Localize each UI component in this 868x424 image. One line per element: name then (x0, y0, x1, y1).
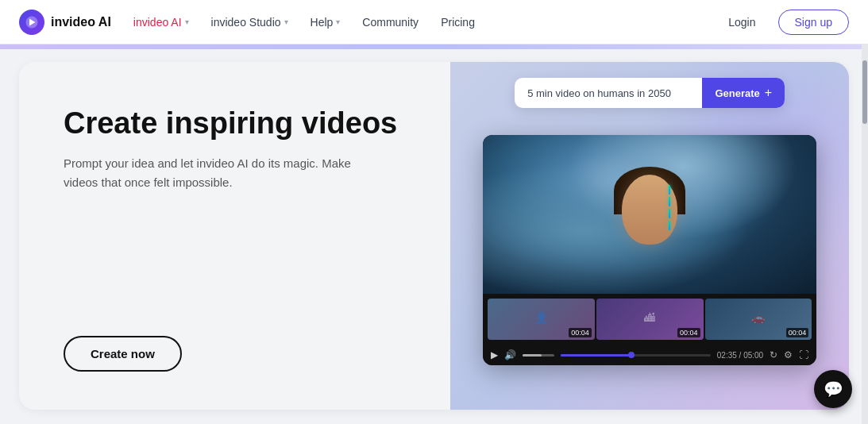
navbar: invideo AI invideo AI ▾ invideo Studio ▾… (0, 0, 868, 44)
play-button[interactable]: ▶ (491, 349, 498, 360)
video-thumbnail (614, 167, 685, 262)
logo-icon (19, 10, 44, 35)
progress-bar[interactable] (561, 354, 711, 357)
thumbnail-2[interactable]: 🏙 00:04 (596, 299, 704, 340)
video-player: 👤 00:04 🏙 00:04 🚗 00:04 ▶ 🔊 (483, 135, 816, 365)
thumb-2-duration: 00:04 (677, 328, 700, 337)
controls-bar: ▶ 🔊 02:35 / 05:00 ↻ ⚙ ⛶ (483, 345, 816, 365)
volume-slider[interactable] (523, 354, 554, 357)
nav-links: invideo AI ▾ invideo Studio ▾ Help ▾ Com… (124, 11, 484, 33)
prompt-text: 5 min video on humans in 2050 (515, 79, 702, 107)
signup-button[interactable]: Sign up (778, 10, 849, 35)
brand-name: invideo AI (51, 15, 111, 29)
scrollbar[interactable] (862, 44, 868, 424)
hero-subtitle: Prompt your idea and let invideo AI do i… (64, 154, 365, 192)
prompt-bar: 5 min video on humans in 2050 Generate + (515, 78, 785, 108)
replay-button[interactable]: ↻ (770, 349, 777, 360)
chevron-down-icon: ▾ (284, 17, 288, 26)
chat-button[interactable]: 💬 (814, 370, 852, 408)
video-background (483, 135, 816, 294)
nav-item-pricing[interactable]: Pricing (431, 11, 484, 33)
hero-title: Create inspiring videos (64, 106, 412, 141)
progress-thumb (628, 352, 635, 358)
hero-text: Create inspiring videos Prompt your idea… (64, 106, 412, 192)
main-content: Create inspiring videos Prompt your idea… (0, 49, 868, 422)
hero-right: 5 min video on humans in 2050 Generate + (450, 62, 849, 410)
cyber-line-4 (669, 221, 670, 230)
chevron-down-icon: ▾ (336, 17, 340, 26)
nav-item-invideo-ai[interactable]: invideo AI ▾ (124, 11, 199, 33)
volume-button[interactable]: 🔊 (504, 349, 516, 360)
login-button[interactable]: Login (719, 11, 765, 33)
thumb-1-duration: 00:04 (569, 328, 592, 337)
plus-icon: + (765, 86, 772, 100)
volume-fill (523, 354, 542, 357)
nav-item-invideo-studio[interactable]: invideo Studio ▾ (202, 11, 298, 33)
hero-card: Create inspiring videos Prompt your idea… (19, 62, 849, 410)
time-display: 02:35 / 05:00 (717, 351, 763, 360)
cyber-decoration (658, 183, 681, 238)
chat-icon: 💬 (824, 380, 843, 399)
thumb-1-icon: 👤 (534, 311, 548, 324)
thumb-3-icon: 🚗 (751, 311, 765, 324)
nav-item-community[interactable]: Community (353, 11, 428, 33)
thumb-2-icon: 🏙 (644, 311, 655, 324)
thumbnail-1[interactable]: 👤 00:04 (488, 299, 595, 340)
nav-item-help[interactable]: Help ▾ (301, 11, 350, 33)
create-now-button[interactable]: Create now (64, 336, 182, 372)
fullscreen-button[interactable]: ⛶ (799, 349, 808, 360)
generate-button[interactable]: Generate + (702, 78, 785, 108)
cyber-line-2 (669, 197, 670, 206)
settings-button[interactable]: ⚙ (784, 349, 793, 360)
progress-fill (561, 354, 631, 357)
scrollbar-thumb[interactable] (862, 60, 867, 124)
nav-right: Login Sign up (719, 10, 849, 35)
thumbnail-strip: 👤 00:04 🏙 00:04 🚗 00:04 (483, 294, 816, 345)
video-main (483, 135, 816, 294)
hero-left: Create inspiring videos Prompt your idea… (19, 62, 450, 410)
logo[interactable]: invideo AI (19, 10, 111, 35)
thumbnail-3[interactable]: 🚗 00:04 (705, 299, 812, 340)
cyber-line-1 (669, 185, 670, 195)
chevron-down-icon: ▾ (185, 17, 189, 26)
thumb-3-duration: 00:04 (786, 328, 809, 337)
cyber-line-3 (669, 209, 670, 218)
